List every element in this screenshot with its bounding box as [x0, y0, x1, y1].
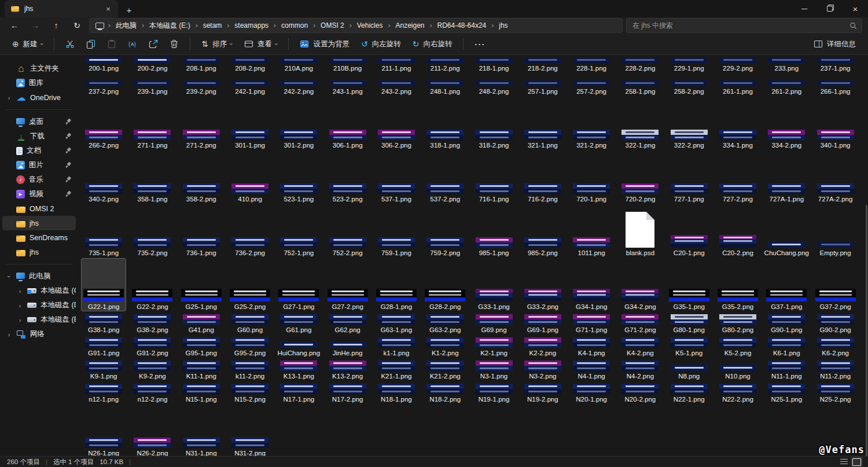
file-item[interactable]: N19-2.png: [518, 374, 567, 403]
file-item[interactable]: 735-1.png: [79, 227, 128, 256]
rotate-left-button[interactable]: ↺ 向左旋转: [356, 36, 406, 52]
file-item[interactable]: 243-2.png: [372, 66, 421, 95]
file-item[interactable]: 985-1.png: [469, 227, 518, 256]
expander-chevron-icon[interactable]: ›: [17, 288, 23, 295]
file-item[interactable]: 752-2.png: [323, 227, 372, 256]
file-item[interactable]: N15-2.png: [226, 374, 274, 403]
file-item[interactable]: N25-2.png: [811, 374, 859, 403]
sidebar-item-本地磁盘-c-[interactable]: ›本地磁盘 (C:): [2, 284, 76, 298]
up-button[interactable]: ↑: [47, 19, 65, 32]
file-item[interactable]: 266-2.png: [79, 120, 128, 149]
sidebar-item-此电脑[interactable]: ›此电脑: [2, 269, 76, 284]
file-item[interactable]: 727A-1.png: [762, 174, 811, 203]
file-item[interactable]: 321-2.png: [567, 120, 616, 149]
file-item[interactable]: N31-2.png: [226, 428, 274, 457]
sidebar-item-本地磁盘-d-[interactable]: ›本地磁盘 (D:): [2, 298, 76, 312]
file-item[interactable]: N31-1.png: [177, 428, 226, 457]
rename-button[interactable]: ( A ): [123, 36, 142, 52]
new-button[interactable]: ⊕ 新建 ›: [7, 36, 48, 52]
file-item[interactable]: N15-1.png: [177, 374, 226, 403]
breadcrumb-item[interactable]: 此电脑: [112, 20, 140, 31]
file-item[interactable]: 306-2.png: [372, 120, 421, 149]
file-item[interactable]: 727A-2.png: [811, 174, 859, 203]
file-item[interactable]: 716-2.png: [518, 174, 567, 203]
file-item[interactable]: 271-2.png: [177, 120, 226, 149]
expander-chevron-icon[interactable]: ›: [6, 273, 13, 280]
file-item[interactable]: 318-1.png: [421, 120, 469, 149]
details-pane-button[interactable]: 详细信息: [808, 36, 861, 52]
sidebar-item-音乐[interactable]: ♪音乐: [2, 172, 76, 187]
file-item[interactable]: n12-2.png: [128, 374, 176, 403]
file-item[interactable]: 248-1.png: [421, 66, 469, 95]
breadcrumb-item[interactable]: 本地磁盘 (E:): [146, 20, 194, 31]
file-item[interactable]: 306-1.png: [323, 120, 372, 149]
file-item[interactable]: 334-2.png: [762, 120, 811, 149]
breadcrumb-item[interactable]: setam: [200, 21, 226, 30]
minimize-button[interactable]: [792, 0, 817, 17]
sidebar-item-文档[interactable]: 文档: [2, 144, 76, 158]
file-item[interactable]: blank.psd: [616, 227, 664, 256]
sort-button[interactable]: ⇅ 排序 ›: [196, 36, 237, 52]
file-item[interactable]: 727-1.png: [665, 174, 713, 203]
sidebar-item-sendreams[interactable]: SenDreams: [2, 230, 76, 245]
file-item[interactable]: 321-1.png: [518, 120, 567, 149]
file-item[interactable]: 318-2.png: [469, 120, 518, 149]
file-item[interactable]: 322-2.png: [665, 120, 713, 149]
delete-button[interactable]: [164, 36, 184, 52]
file-item[interactable]: 736-2.png: [226, 227, 274, 256]
breadcrumb-item[interactable]: jhs: [495, 21, 511, 30]
file-item[interactable]: N26-2.png: [128, 428, 176, 457]
file-item[interactable]: N18-2.png: [421, 374, 469, 403]
file-item[interactable]: 301-2.png: [274, 120, 323, 149]
file-item[interactable]: 334-1.png: [713, 120, 762, 149]
file-item[interactable]: 736-1.png: [177, 227, 226, 256]
copy-button[interactable]: [81, 36, 101, 52]
file-item[interactable]: 759-1.png: [372, 227, 421, 256]
file-item[interactable]: 537-2.png: [421, 174, 469, 203]
file-item[interactable]: 243-1.png: [323, 66, 372, 95]
tab-close-icon[interactable]: ×: [103, 3, 113, 14]
file-item[interactable]: 716-1.png: [469, 174, 518, 203]
expander-chevron-icon[interactable]: ›: [6, 331, 12, 338]
vertical-scrollbar[interactable]: [866, 205, 867, 457]
breadcrumb-item[interactable]: Vehicles: [354, 21, 387, 30]
sidebar-item-下载[interactable]: ↓下载: [2, 129, 76, 144]
file-item[interactable]: 340-2.png: [79, 174, 128, 203]
rotate-right-button[interactable]: ↻ 向右旋转: [407, 36, 458, 52]
file-item[interactable]: 410.png: [226, 174, 274, 203]
file-item[interactable]: n12-1.png: [79, 374, 128, 403]
file-item[interactable]: N26-1.png: [79, 428, 128, 457]
expander-chevron-icon[interactable]: ›: [17, 317, 23, 323]
sidebar-item-omsi-2[interactable]: OMSI 2: [2, 201, 76, 216]
file-item[interactable]: 735-2.png: [128, 227, 176, 256]
file-item[interactable]: N19-1.png: [469, 374, 518, 403]
file-item[interactable]: N17-1.png: [274, 374, 323, 403]
breadcrumb-item[interactable]: Anzeigen: [392, 21, 428, 30]
file-item[interactable]: 258-2.png: [665, 66, 713, 95]
file-item[interactable]: 358-1.png: [128, 174, 176, 203]
file-item[interactable]: 523-2.png: [323, 174, 372, 203]
file-item[interactable]: 537-1.png: [372, 174, 421, 203]
file-item[interactable]: N22-1.png: [665, 374, 713, 403]
file-item[interactable]: 752-1.png: [274, 227, 323, 256]
file-item[interactable]: 237-2.png: [79, 66, 128, 95]
file-item[interactable]: 759-2.png: [421, 227, 469, 256]
sidebar-item-桌面[interactable]: 桌面: [2, 115, 76, 129]
file-item[interactable]: 257-1.png: [518, 66, 567, 95]
close-button[interactable]: ×: [843, 0, 868, 17]
details-view-toggle-icon[interactable]: [840, 459, 848, 465]
back-button[interactable]: ←: [6, 19, 23, 32]
file-item[interactable]: 720-1.png: [567, 174, 616, 203]
file-item[interactable]: 239-2.png: [177, 66, 226, 95]
sidebar-item-视频[interactable]: ▶视频: [2, 187, 76, 201]
sidebar-item-jhs[interactable]: jhs: [2, 216, 76, 230]
file-item[interactable]: 322-1.png: [616, 120, 664, 149]
paste-button[interactable]: [102, 36, 122, 52]
file-item[interactable]: 523-1.png: [274, 174, 323, 203]
sidebar-item-图库[interactable]: 图库: [2, 76, 76, 90]
file-item[interactable]: 261-1.png: [713, 66, 762, 95]
file-item[interactable]: 242-2.png: [274, 66, 323, 95]
file-item[interactable]: 1011.png: [567, 227, 616, 256]
search-box[interactable]: [626, 18, 862, 33]
sidebar-item-图片[interactable]: 图片: [2, 158, 76, 172]
